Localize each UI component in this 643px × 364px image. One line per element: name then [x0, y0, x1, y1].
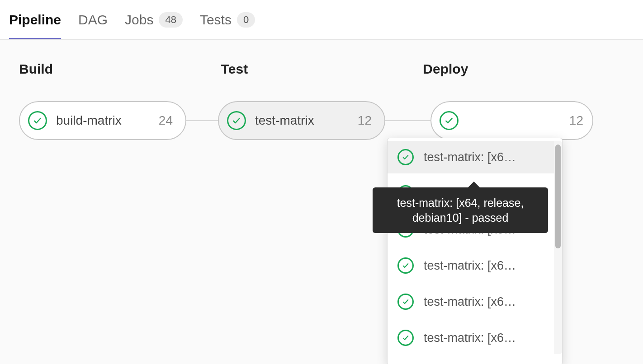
job-tooltip: test-matrix: [x64, release, debian10] - …	[373, 187, 548, 233]
tests-count-badge: 0	[237, 12, 255, 28]
stage-headers: Build Test Deploy	[19, 61, 625, 77]
tab-pipeline-label: Pipeline	[9, 12, 61, 28]
tab-dag[interactable]: DAG	[78, 0, 108, 39]
stage-row: build-matrix 24 test-matrix 12 12	[19, 101, 625, 142]
tab-jobs[interactable]: Jobs 48	[125, 0, 183, 39]
dropdown-item-label: test-matrix: [x6…	[424, 295, 516, 309]
job-test-matrix-label: test-matrix	[255, 113, 352, 128]
dropdown-scrollbar[interactable]	[554, 141, 562, 354]
scrollbar-thumb[interactable]	[555, 145, 561, 248]
job-group-dropdown: test-matrix: [x6… test-matrix: [x6… test…	[387, 138, 563, 364]
job-deploy-count: 12	[569, 113, 583, 128]
dropdown-item[interactable]: test-matrix: [x6…	[388, 285, 554, 318]
tab-tests-label: Tests	[200, 12, 232, 28]
stage-header-build: Build	[19, 61, 221, 77]
job-build-matrix-count: 24	[159, 113, 173, 128]
job-test-matrix[interactable]: test-matrix 12	[218, 101, 385, 140]
status-passed-icon	[397, 257, 414, 274]
tab-jobs-label: Jobs	[125, 12, 153, 28]
status-passed-icon	[397, 330, 414, 346]
tab-tests[interactable]: Tests 0	[200, 0, 255, 39]
tab-pipeline[interactable]: Pipeline	[9, 0, 61, 39]
stage-header-test: Test	[221, 61, 423, 77]
dropdown-item-label: test-matrix: [x6…	[424, 259, 516, 273]
connector-build-test	[186, 120, 218, 121]
job-build-matrix-label: build-matrix	[56, 113, 153, 128]
status-passed-icon	[28, 111, 47, 130]
pipeline-tabs: Pipeline DAG Jobs 48 Tests 0	[0, 0, 643, 40]
dropdown-item-label: test-matrix: [x6…	[424, 331, 516, 345]
connector-test-deploy	[385, 120, 430, 121]
jobs-count-badge: 48	[159, 12, 182, 28]
job-deploy[interactable]: 12	[430, 101, 593, 140]
dropdown-item-label: test-matrix: [x6…	[424, 150, 516, 164]
dropdown-item[interactable]: test-matrix: [x6…	[388, 249, 554, 282]
tab-dag-label: DAG	[78, 12, 108, 28]
pipeline-canvas: Build Test Deploy build-matrix 24 test-m…	[0, 40, 643, 364]
stage-header-deploy: Deploy	[423, 61, 625, 77]
job-build-matrix[interactable]: build-matrix 24	[19, 101, 186, 140]
status-passed-icon	[397, 149, 414, 165]
dropdown-item[interactable]: test-matrix: [x6…	[388, 322, 554, 354]
dropdown-item[interactable]: test-matrix: [x6…	[388, 141, 554, 173]
dropdown-list: test-matrix: [x6… test-matrix: [x6… test…	[388, 141, 554, 354]
status-passed-icon	[227, 111, 246, 130]
status-passed-icon	[397, 294, 414, 310]
job-test-matrix-count: 12	[358, 113, 372, 128]
status-passed-icon	[440, 111, 459, 130]
